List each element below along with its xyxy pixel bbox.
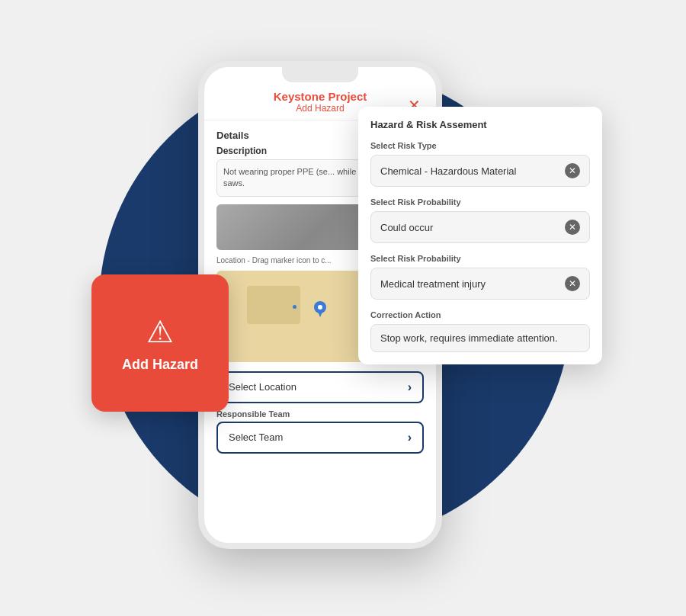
risk-probability2-select[interactable]: Medical treatment injury ✕ [370,268,590,300]
warning-icon: ⚠ [146,314,174,349]
responsible-team-label: Responsible Team [216,409,424,419]
risk-probability-value: Could occur [380,222,433,233]
add-hazard-label: Add Hazard [122,357,198,373]
select-team-button[interactable]: Select Team › [216,422,424,454]
risk-type-clear-button[interactable]: ✕ [565,163,580,178]
correction-action-label: Correction Action [370,310,590,319]
map-dot [293,305,297,309]
project-name: Keystone Project [204,90,436,103]
risk-type-select[interactable]: Chemical - Hazardous Material ✕ [370,155,590,187]
svg-point-2 [318,305,322,310]
select-location-label: Select Location [229,381,297,393]
risk-type-value: Chemical - Hazardous Material [380,165,516,177]
risk-probability-label: Select Risk Probability [370,197,590,207]
risk-probability-clear-button[interactable]: ✕ [565,220,580,235]
correction-action-value: Stop work, requires immediate attention. [370,324,590,352]
risk-probability2-value: Medical treatment injury [380,278,486,290]
risk-type-label: Select Risk Type [370,141,590,150]
select-team-label: Select Team [229,432,283,443]
add-hazard-card[interactable]: ⚠ Add Hazard [91,274,229,412]
map-pin [314,301,326,316]
risk-panel-title: Hazard & Risk Assement [370,119,590,130]
risk-assessment-panel: Hazard & Risk Assement Select Risk Type … [358,107,602,364]
risk-probability2-clear-button[interactable]: ✕ [565,276,580,291]
svg-marker-1 [318,312,322,317]
chevron-right-icon: › [408,380,412,394]
chevron-right-icon-2: › [408,431,412,444]
risk-probability-select[interactable]: Could occur ✕ [370,211,590,243]
risk-probability2-label: Select Risk Probability [370,254,590,263]
phone-notch [282,67,358,82]
select-location-button[interactable]: Select Location › [216,371,424,403]
